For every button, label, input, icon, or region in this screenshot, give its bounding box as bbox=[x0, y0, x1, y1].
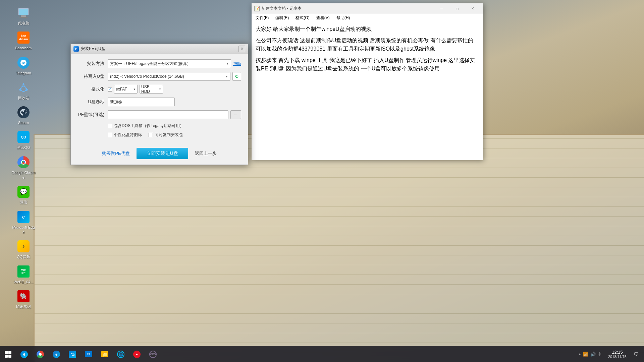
notepad-menu-format[interactable]: 格式(O) bbox=[293, 14, 312, 21]
target-drive-value: (hd2)F: VendorCo ProductCode (14.6GB) bbox=[110, 74, 184, 79]
notebook-overlay bbox=[34, 134, 644, 362]
fs-select[interactable]: exFAT ▼ bbox=[114, 85, 138, 94]
taskbar-ie[interactable]: e bbox=[48, 346, 64, 362]
taskbar-clock[interactable]: 12:15 2018/11/15 bbox=[605, 350, 629, 359]
notepad-titlebar[interactable]: 📝 新建文本文档 - 记事本 ─ □ ✕ bbox=[252, 3, 483, 14]
volume-label-label: U盘卷标 bbox=[77, 99, 104, 105]
record-taskbar-icon: ● bbox=[133, 351, 141, 358]
format-label: 格式化 bbox=[77, 86, 104, 92]
format-checkbox[interactable] bbox=[108, 87, 112, 92]
custom-icons-label: 个性化盘符图标 bbox=[114, 132, 142, 138]
taskbar-mail[interactable]: ✉ bbox=[80, 346, 97, 362]
buy-btn[interactable]: 购买微PE优盘 bbox=[102, 150, 129, 157]
desktop-icon-wepe[interactable]: WePE WePE_64... bbox=[10, 262, 37, 287]
desktop-icon-recycle[interactable]: 回收站 bbox=[10, 78, 37, 103]
taskbar-store[interactable]: 🛍 bbox=[64, 346, 80, 362]
dos-tools-checkbox-item[interactable]: 包含DOS工具箱（仅Legacy启动可用） bbox=[108, 123, 184, 129]
desktop-icon-wechat[interactable]: 💬 微信 bbox=[10, 182, 37, 207]
checkbox-group: 个性化盘符图标 同时复制安装包 bbox=[108, 132, 183, 138]
notepad-maximize-btn[interactable]: □ bbox=[449, 3, 465, 14]
target-drive-label: 待写入U盘 bbox=[77, 73, 104, 79]
taskbar-system-tray: ∧ 📶 🔊 中 12:15 2018/11/15 🗨 bbox=[576, 346, 644, 362]
pe-wallpaper-label: PE壁纸(可选) bbox=[77, 112, 104, 118]
desktop-icon-qq[interactable]: QQ 腾讯QQ bbox=[10, 128, 37, 153]
volume-label-input[interactable] bbox=[108, 98, 175, 106]
notepad-menu-edit[interactable]: 编辑(E) bbox=[273, 14, 291, 21]
svg-rect-3 bbox=[19, 17, 28, 18]
system-tray-icons: ∧ 📶 🔊 中 bbox=[576, 352, 604, 357]
taskbar-chrome[interactable] bbox=[32, 346, 48, 362]
telegram-icon bbox=[17, 56, 30, 69]
svg-point-4 bbox=[21, 86, 26, 92]
chrome-icon bbox=[17, 156, 30, 169]
bandicam-label: Bandicam bbox=[15, 46, 32, 50]
store-taskbar-icon: 🛍 bbox=[69, 351, 76, 358]
desktop-icon-this-pc[interactable]: 此电脑 bbox=[10, 3, 37, 28]
notepad-close-btn[interactable]: ✕ bbox=[465, 3, 480, 14]
back-btn[interactable]: 返回上一步 bbox=[195, 150, 217, 157]
taskbar-record[interactable]: ● bbox=[129, 346, 145, 362]
desktop-icon-telegram[interactable]: Telegram bbox=[10, 53, 37, 78]
desktop-icon-qqmusic[interactable]: ♪ QQ音乐 bbox=[10, 237, 37, 262]
pe-dialog-title: 安装PE到U盘 bbox=[81, 46, 236, 52]
pe-wallpaper-input[interactable] bbox=[108, 110, 228, 119]
notepad-content-area[interactable]: 大家好 给大家录制一个制作winpeU盘启动的视频 在公司不方便说话 这是前期制… bbox=[252, 22, 483, 160]
notepad-menu-view[interactable]: 查看(V) bbox=[314, 14, 332, 21]
type-select[interactable]: USB-HDD ▼ bbox=[140, 85, 163, 94]
format-control: exFAT ▼ USB-HDD ▼ bbox=[108, 85, 241, 94]
browse-btn[interactable]: ··· bbox=[230, 110, 241, 119]
notepad-window: 📝 新建文本文档 - 记事本 ─ □ ✕ 文件(F) 编辑(E) 格式(O) 查… bbox=[252, 3, 483, 160]
copy-install-label: 同时复制安装包 bbox=[155, 132, 183, 138]
taskbar-files[interactable]: 📁 bbox=[97, 346, 113, 362]
desktop-icon-print[interactable]: 🐘 印象笔记 bbox=[10, 287, 37, 312]
steam-icon bbox=[17, 106, 30, 119]
show-hidden-icons[interactable]: ∧ bbox=[579, 352, 581, 356]
custom-icons-checkbox[interactable] bbox=[108, 133, 112, 137]
start-icon bbox=[5, 351, 11, 358]
custom-icons-checkbox-item[interactable]: 个性化盘符图标 bbox=[108, 132, 142, 138]
qqmusic-icon: ♪ bbox=[17, 240, 30, 253]
notepad-app-icon: 📝 bbox=[254, 6, 260, 11]
this-pc-icon bbox=[17, 6, 30, 19]
desktop-icon-edge[interactable]: e Microsoft Edge bbox=[10, 207, 37, 237]
notepad-menu-file[interactable]: 文件(F) bbox=[253, 14, 271, 21]
print-icon: 🐘 bbox=[17, 290, 30, 303]
svg-rect-2 bbox=[21, 15, 26, 17]
pe-dialog-close-btn[interactable]: ✕ bbox=[238, 46, 245, 52]
mail-taskbar-icon: ✉ bbox=[85, 351, 92, 357]
taskbar: e e 🛍 ✉ 📁 🌐 ● OBS ∧ 📶 bbox=[0, 346, 644, 362]
notepad-minimize-btn[interactable]: ─ bbox=[434, 3, 449, 14]
copy-install-checkbox[interactable] bbox=[149, 133, 153, 137]
notepad-menu-help[interactable]: 帮助(H) bbox=[334, 14, 353, 21]
icons-copy-row: 个性化盘符图标 同时复制安装包 bbox=[77, 132, 241, 138]
globe-taskbar-icon: 🌐 bbox=[117, 351, 124, 358]
desktop-icon-bandicam[interactable]: bandicam Bandicam bbox=[10, 28, 37, 53]
this-pc-label: 此电脑 bbox=[18, 21, 29, 25]
volume-label-row: U盘卷标 bbox=[77, 98, 241, 106]
desktop-icons-container: 此电脑 bandicam Bandicam Telegram 回收站 bbox=[0, 0, 47, 346]
start-button[interactable] bbox=[0, 346, 16, 362]
wepe-icon: WePE bbox=[17, 265, 30, 278]
taskbar-globe[interactable]: 🌐 bbox=[113, 346, 129, 362]
notification-center-btn[interactable]: 🗨 bbox=[631, 349, 641, 360]
edge-label: Microsoft Edge bbox=[11, 225, 36, 235]
dos-tools-checkbox[interactable] bbox=[108, 124, 112, 128]
install-method-row: 安装方法 方案一：UEFI/Legacy全能三分区方式(推荐） ▼ 帮助 bbox=[77, 59, 241, 68]
help-link[interactable]: 帮助 bbox=[233, 61, 241, 67]
install-btn[interactable]: 立即安装进U盘 bbox=[137, 148, 188, 159]
refresh-btn[interactable]: ↻ bbox=[232, 72, 241, 81]
edge-taskbar-icon: e bbox=[20, 351, 28, 358]
desktop-icon-chrome[interactable]: Google Chrome bbox=[10, 153, 37, 183]
volume-icon[interactable]: 🔊 bbox=[590, 352, 596, 357]
pe-install-dialog: P 安装PE到U盘 ✕ 安装方法 方案一：UEFI/Legacy全能三分区方式(… bbox=[70, 44, 248, 165]
taskbar-obs[interactable]: OBS bbox=[145, 346, 161, 362]
pe-dialog-titlebar[interactable]: P 安装PE到U盘 ✕ bbox=[71, 44, 248, 54]
desktop-icon-steam[interactable]: Steam bbox=[10, 103, 37, 128]
qqmusic-label: QQ音乐 bbox=[17, 254, 30, 259]
taskbar-edge[interactable]: e bbox=[16, 346, 32, 362]
qq-label: 腾讯QQ bbox=[17, 145, 30, 150]
target-drive-select[interactable]: (hd2)F: VendorCo ProductCode (14.6GB) ▼ bbox=[108, 72, 230, 81]
install-method-select[interactable]: 方案一：UEFI/Legacy全能三分区方式(推荐） ▼ bbox=[108, 59, 231, 68]
target-drive-arrow: ▼ bbox=[225, 75, 228, 78]
copy-install-checkbox-item[interactable]: 同时复制安装包 bbox=[149, 132, 183, 138]
